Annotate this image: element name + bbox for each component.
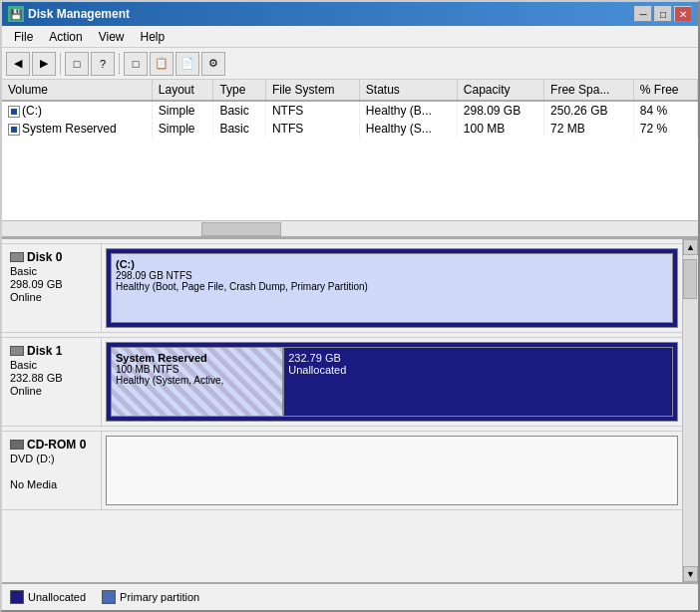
menu-view[interactable]: View (91, 28, 133, 46)
close-button[interactable]: ✕ (674, 6, 692, 22)
table-scroll[interactable]: Volume Layout Type File System Status Ca… (2, 80, 698, 220)
disk-id: Disk 0 (27, 250, 62, 264)
disk-icon (10, 346, 24, 356)
partition-1-1[interactable]: 232.79 GB Unallocated (283, 347, 673, 417)
col-freespace: Free Spa... (544, 80, 634, 101)
disk-title: Disk 1 (10, 344, 93, 358)
disk-type: Basic (10, 265, 93, 277)
partition-name: System Reserved (116, 352, 278, 364)
col-percentfree: % Free (633, 80, 697, 101)
cell-percentfree: 72 % (633, 120, 697, 138)
cell-volume: System Reserved (2, 120, 152, 138)
legend: Unallocated Primary partition (2, 582, 698, 610)
window-title: Disk Management (28, 7, 130, 21)
cell-status: Healthy (S... (359, 120, 457, 138)
legend-unallocated-label: Unallocated (28, 591, 86, 603)
disk-type: Basic (10, 359, 93, 371)
partition-size: 298.09 GB NTFS (116, 270, 668, 281)
toolbar-separator-1 (60, 53, 61, 75)
cdrom-title: CD-ROM 0 (10, 438, 93, 452)
cell-capacity: 298.09 GB (457, 101, 543, 120)
col-type: Type (213, 80, 266, 101)
cdrom-type: DVD (D:) (10, 453, 93, 464)
vertical-scrollbar: ▲ ▼ (682, 239, 698, 582)
table-header-row: Volume Layout Type File System Status Ca… (2, 80, 698, 101)
cell-status: Healthy (B... (359, 101, 457, 120)
toolbar-separator-2 (119, 53, 120, 75)
disk-label-1: Disk 1 Basic 232.88 GB Online (2, 338, 102, 426)
cell-percentfree: 84 % (633, 101, 697, 120)
col-volume: Volume (2, 80, 152, 101)
disk-row-1: Disk 1 Basic 232.88 GB Online System Res… (2, 337, 682, 427)
properties-button[interactable]: □ (65, 52, 89, 76)
partition-0-0[interactable]: (C:) 298.09 GB NTFS Healthy (Boot, Page … (111, 253, 673, 323)
cdrom-content (106, 436, 678, 505)
forward-button[interactable]: ▶ (32, 52, 56, 76)
cdrom-icon (10, 440, 24, 450)
volume-table: Volume Layout Type File System Status Ca… (2, 80, 698, 138)
col-capacity: Capacity (457, 80, 543, 101)
minimize-button[interactable]: ─ (634, 6, 652, 22)
cell-filesystem: NTFS (265, 120, 359, 138)
maximize-button[interactable]: □ (654, 6, 672, 22)
disk-size: 298.09 GB (10, 278, 93, 290)
help-button[interactable]: ? (91, 52, 115, 76)
disk-status: Online (10, 291, 93, 303)
cell-volume: (C:) (2, 101, 152, 120)
volume-table-section: Volume Layout Type File System Status Ca… (2, 80, 698, 239)
partition-name: (C:) (116, 258, 668, 270)
title-bar-buttons: ─ □ ✕ (634, 6, 692, 22)
disk-partitions-0: (C:) 298.09 GB NTFS Healthy (Boot, Page … (106, 248, 678, 328)
scroll-up-button[interactable]: ▲ (683, 239, 698, 255)
title-bar-left: 💾 Disk Management (8, 6, 130, 22)
scroll-down-button[interactable]: ▼ (683, 566, 698, 582)
disk-icon (10, 252, 24, 262)
main-window: 💾 Disk Management ─ □ ✕ File Action View… (0, 0, 700, 612)
cell-type: Basic (213, 120, 266, 138)
partition-1-0[interactable]: System Reserved 100 MB NTFS Healthy (Sys… (111, 347, 283, 417)
cdrom-label: CD-ROM 0 DVD (D:) No Media (2, 432, 102, 509)
cdrom-id: CD-ROM 0 (27, 438, 86, 452)
col-status: Status (359, 80, 457, 101)
scrollbar-thumb[interactable] (683, 259, 697, 299)
cdrom-status: No Media (10, 478, 93, 490)
table-row[interactable]: System Reserved Simple Basic NTFS Health… (2, 120, 698, 138)
legend-primary-label: Primary partition (120, 591, 199, 603)
cell-freespace: 72 MB (544, 120, 634, 138)
legend-primary: Primary partition (102, 590, 199, 604)
col-layout: Layout (152, 80, 213, 101)
cdrom-row: CD-ROM 0 DVD (D:) No Media (2, 431, 682, 510)
partition-status: Healthy (Boot, Page File, Crash Dump, Pr… (116, 281, 668, 292)
menu-bar: File Action View Help (2, 26, 698, 48)
back-button[interactable]: ◀ (6, 52, 30, 76)
toolbar-btn-5[interactable]: 📄 (175, 52, 199, 76)
toolbar-btn-6[interactable]: ⚙ (201, 52, 225, 76)
legend-unallocated-box (10, 590, 24, 604)
cell-layout: Simple (152, 120, 213, 138)
table-row[interactable]: (C:) Simple Basic NTFS Healthy (B... 298… (2, 101, 698, 120)
disk-partitions-1: System Reserved 100 MB NTFS Healthy (Sys… (106, 342, 678, 422)
menu-action[interactable]: Action (41, 28, 90, 46)
menu-file[interactable]: File (6, 28, 41, 46)
disk-row-0: Disk 0 Basic 298.09 GB Online (C:) 298.0… (2, 243, 682, 333)
horizontal-scrollbar[interactable] (2, 220, 698, 236)
toolbar-btn-3[interactable]: □ (124, 52, 148, 76)
legend-unallocated: Unallocated (10, 590, 86, 604)
cell-capacity: 100 MB (457, 120, 543, 138)
bottom-area: Disk 0 Basic 298.09 GB Online (C:) 298.0… (2, 239, 698, 582)
menu-help[interactable]: Help (133, 28, 174, 46)
disk-id: Disk 1 (27, 344, 62, 358)
disk-section[interactable]: Disk 0 Basic 298.09 GB Online (C:) 298.0… (2, 239, 682, 582)
col-filesystem: File System (265, 80, 359, 101)
scrollbar-track (683, 255, 698, 566)
disk-title: Disk 0 (10, 250, 93, 264)
toolbar-btn-4[interactable]: 📋 (150, 52, 174, 76)
title-bar: 💾 Disk Management ─ □ ✕ (2, 2, 698, 26)
disk-size: 232.88 GB (10, 372, 93, 384)
cell-filesystem: NTFS (265, 101, 359, 120)
partition-status: Healthy (System, Active, (116, 375, 278, 386)
cell-type: Basic (213, 101, 266, 120)
scrollbar-h-thumb[interactable] (201, 222, 281, 236)
cell-freespace: 250.26 GB (544, 101, 634, 120)
app-icon: 💾 (8, 6, 24, 22)
